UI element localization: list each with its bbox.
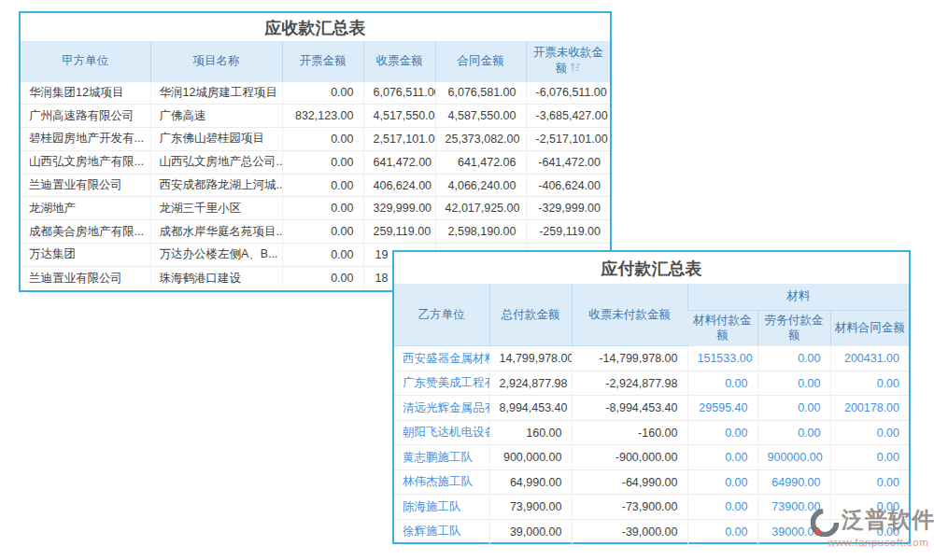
table-cell: 25,373,082.00: [435, 128, 526, 151]
table-row: 广州高速路有限公司广佛高速832,123.004,517,550.004,587…: [21, 105, 610, 128]
table-cell: 0.00: [282, 197, 363, 220]
table-cell[interactable]: 0.00: [757, 371, 830, 396]
table-cell: 万达集团: [21, 244, 150, 267]
table-cell[interactable]: 900000.00: [757, 445, 830, 470]
table-cell[interactable]: 200178.00: [830, 396, 909, 421]
table-row: 兰迪置业有限公司西安成都路龙湖上河城...0.00406,624.004,066…: [21, 174, 610, 197]
table-row: 华润集团12城项目华润12城房建工程项目0.006,076,511.006,07…: [21, 81, 610, 105]
table-cell: -39,000.00: [572, 519, 687, 544]
sort-ascending-icon[interactable]: [570, 62, 581, 77]
table-row: 徐辉施工队39,000.00-39,000.000.0039000.000.00: [394, 519, 909, 544]
table-cell: 0.00: [282, 81, 363, 105]
table-cell: -2,924,877.98: [572, 371, 687, 396]
table-cell[interactable]: 29595.40: [687, 396, 757, 421]
table-cell: -641,472.00: [526, 150, 610, 174]
table-cell: -73,900.00: [572, 495, 687, 520]
table-cell: 碧桂园房地产开发有...: [21, 128, 150, 151]
table-cell: 成都美合房地产有限...: [21, 220, 150, 244]
table-cell: 广东佛山碧桂园项目: [150, 128, 282, 151]
table-cell[interactable]: 西安盛器金属材料有: [394, 346, 489, 371]
table-cell: 华润12城房建工程项目: [150, 81, 282, 105]
table-row: 山西弘文房地产有限...山西弘文房地产总公司...0.00641,472.006…: [21, 150, 610, 174]
table-row: 西安盛器金属材料有14,799,978.00-14,799,978.001515…: [394, 346, 909, 371]
table-cell: 华润集团12城项目: [21, 81, 150, 105]
table-cell: 39,000.00: [489, 519, 572, 544]
table-cell[interactable]: 0.00: [757, 396, 830, 421]
column-header-material-contract[interactable]: 材料合同金额: [830, 310, 909, 346]
table-cell[interactable]: 0.00: [757, 346, 830, 371]
table-cell: 山西弘文房地产有限...: [21, 150, 150, 174]
table-cell: 西安成都路龙湖上河城...: [150, 174, 282, 197]
table-row: 碧桂园房地产开发有...广东佛山碧桂园项目0.002,517,101.0025,…: [21, 128, 610, 151]
table-cell[interactable]: 林伟杰施工队: [394, 469, 489, 495]
table-cell[interactable]: 0.00: [687, 519, 757, 544]
payables-table-title: 应付款汇总表: [394, 252, 909, 284]
table-cell[interactable]: 0.00: [830, 371, 909, 396]
table-cell[interactable]: 0.00: [830, 469, 909, 495]
table-cell[interactable]: 清远光辉金属品有限: [394, 396, 489, 421]
table-row: 龙湖地产龙湖三千里小区0.00329,999.0042,017,925.00-3…: [21, 197, 610, 220]
table-cell[interactable]: 151533.00: [687, 346, 757, 371]
table-cell[interactable]: 黄志鹏施工队: [394, 445, 489, 470]
column-header-party-a[interactable]: 甲方单位: [21, 41, 150, 81]
table-cell[interactable]: 39000.00: [757, 519, 830, 544]
table-cell: 4,517,550.00: [363, 105, 435, 128]
table-cell[interactable]: 朝阳飞达机电设备有: [394, 420, 489, 445]
column-header-total-payment[interactable]: 总付款金额: [489, 284, 572, 346]
table-cell[interactable]: 徐辉施工队: [394, 519, 489, 544]
column-group-header-material: 材料: [687, 284, 909, 310]
table-cell: 2,598,190.00: [435, 220, 526, 244]
column-header-invoiced-amount[interactable]: 开票金额: [282, 41, 363, 81]
table-row: 成都美合房地产有限...成都水岸华庭名苑项目...0.00259,119.002…: [21, 220, 610, 244]
table-cell: 259,119.00: [363, 220, 435, 244]
column-header-invoice-received-unpaid[interactable]: 收票未付款金额: [572, 284, 687, 346]
column-header-contract-amount[interactable]: 合同金额: [435, 41, 526, 81]
table-cell[interactable]: 陈海施工队: [394, 495, 489, 520]
table-cell: 14,799,978.00: [489, 346, 572, 371]
table-cell: 2,924,877.98: [489, 371, 572, 396]
table-cell: -900,000.00: [572, 445, 687, 470]
table-cell: 龙湖地产: [21, 197, 150, 220]
table-cell: 0.00: [282, 150, 363, 174]
table-cell[interactable]: 0.00: [830, 420, 909, 445]
payables-table-panel: 应付款汇总表 乙方单位 总付款金额 收票未付款金额 材料 材料付款金额 劳务付款…: [392, 250, 911, 544]
table-cell[interactable]: 广东赞美成工程有限: [394, 371, 489, 396]
table-cell: -14,799,978.00: [572, 346, 687, 371]
table-cell: 6,076,511.00: [363, 81, 435, 105]
table-cell[interactable]: 200431.00: [830, 346, 909, 371]
column-header-labor-payment[interactable]: 劳务付款金额: [757, 310, 830, 346]
column-header-party-b[interactable]: 乙方单位: [394, 284, 489, 346]
table-cell: 兰迪置业有限公司: [21, 266, 150, 289]
column-header-receipt-amount[interactable]: 收票金额: [363, 41, 435, 81]
table-cell[interactable]: 73900.00: [757, 495, 830, 520]
table-cell: 641,472.00: [363, 150, 435, 174]
table-cell: 0.00: [282, 266, 363, 289]
table-cell[interactable]: 0.00: [830, 495, 909, 520]
table-cell[interactable]: 0.00: [687, 445, 757, 470]
table-cell: 珠海鹤港口建设: [150, 266, 282, 289]
table-cell[interactable]: 0.00: [687, 420, 757, 445]
table-cell: -2,517,101.00: [526, 128, 610, 151]
table-cell[interactable]: 0.00: [687, 371, 757, 396]
table-cell[interactable]: 0.00: [830, 445, 909, 470]
table-cell: 73,900.00: [489, 495, 572, 520]
table-cell: 832,123.00: [282, 105, 363, 128]
table-cell[interactable]: 64990.00: [757, 469, 830, 495]
table-cell: 山西弘文房地产总公司...: [150, 150, 282, 174]
table-cell: -406,624.00: [526, 174, 610, 197]
table-cell[interactable]: 0.00: [830, 519, 909, 544]
payables-table: 乙方单位 总付款金额 收票未付款金额 材料 材料付款金额 劳务付款金额 材料合同…: [394, 284, 909, 544]
table-cell: 广佛高速: [150, 105, 282, 128]
table-cell: 0.00: [282, 128, 363, 151]
table-row: 朝阳飞达机电设备有160.00-160.000.000.000.00: [394, 420, 909, 445]
table-cell[interactable]: 0.00: [687, 469, 757, 495]
table-cell: -160.00: [572, 420, 687, 445]
column-header-project-name[interactable]: 项目名称: [150, 41, 282, 81]
table-cell[interactable]: 0.00: [687, 495, 757, 520]
column-header-invoiced-unpaid-amount[interactable]: 开票未收款金额: [526, 41, 610, 81]
table-cell[interactable]: 0.00: [757, 420, 830, 445]
table-cell: 成都水岸华庭名苑项目...: [150, 220, 282, 244]
table-cell: 8,994,453.40: [489, 396, 572, 421]
column-header-material-payment[interactable]: 材料付款金额: [687, 310, 757, 346]
table-cell: -329,999.00: [526, 197, 610, 220]
